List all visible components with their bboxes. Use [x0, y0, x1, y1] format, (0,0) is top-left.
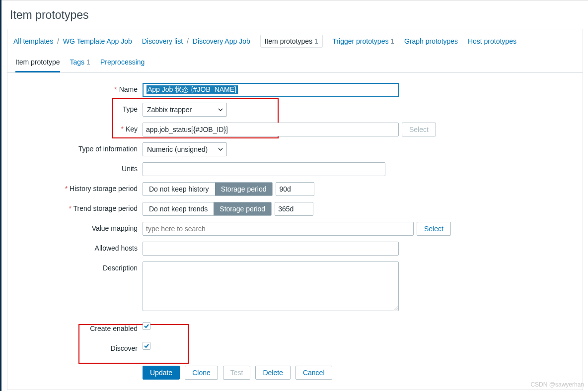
bc-discovery-list[interactable]: Discovery list	[142, 37, 183, 45]
type-info-select[interactable]: Numeric (unsigned)	[143, 142, 227, 156]
allowed-hosts-field[interactable]	[143, 242, 399, 256]
history-opt-period[interactable]: Storage period	[215, 183, 273, 196]
update-button[interactable]: Update	[143, 366, 180, 380]
trend-opt-nokeep[interactable]: Do not keep trends	[143, 202, 214, 215]
breadcrumb: All templates / WG Template App Job Disc…	[7, 29, 583, 53]
label-name: Name	[12, 83, 143, 93]
trend-period-field[interactable]	[275, 202, 313, 216]
bc-item-prototypes: Item prototypes 1	[260, 35, 323, 48]
cancel-button[interactable]: Cancel	[295, 366, 332, 380]
name-field[interactable]: App Job 状态 {#JOB_NAME}	[143, 83, 399, 97]
key-field[interactable]	[143, 123, 399, 136]
trend-radio-group: Do not keep trends Storage period	[143, 202, 272, 216]
label-description: Description	[12, 261, 143, 272]
separator: /	[185, 37, 191, 45]
bc-host-prototypes[interactable]: Host prototypes	[468, 37, 516, 45]
delete-button[interactable]: Delete	[255, 366, 290, 380]
label-key: Key	[12, 123, 143, 133]
key-select-button: Select	[402, 123, 436, 136]
label-trend: Trend storage period	[12, 202, 143, 212]
history-period-field[interactable]	[276, 182, 314, 196]
clone-button[interactable]: Clone	[185, 366, 218, 380]
label-type-info: Type of information	[12, 142, 143, 153]
tab-item-prototype[interactable]: Item prototype	[15, 53, 60, 72]
history-opt-nokeep[interactable]: Do not keep history	[143, 183, 215, 196]
label-value-mapping: Value mapping	[12, 222, 143, 232]
value-mapping-field[interactable]	[143, 222, 414, 236]
description-field[interactable]	[143, 261, 399, 311]
bc-all-templates[interactable]: All templates	[13, 37, 53, 45]
page-title: Item prototypes	[7, 0, 583, 29]
label-discover: Discover	[12, 342, 143, 352]
tab-tags[interactable]: Tags 1	[70, 53, 90, 72]
bc-graph-prototypes[interactable]: Graph prototypes	[404, 37, 458, 45]
tab-preprocessing[interactable]: Preprocessing	[100, 53, 145, 72]
label-type: Type	[12, 103, 143, 113]
label-history: History storage period	[12, 182, 143, 193]
separator: /	[55, 37, 61, 45]
label-units: Units	[12, 162, 143, 173]
units-field[interactable]	[143, 162, 385, 176]
history-radio-group: Do not keep history Storage period	[143, 182, 273, 196]
value-mapping-select-button[interactable]: Select	[417, 222, 451, 236]
label-create-enabled: Create enabled	[12, 322, 143, 332]
create-enabled-checkbox[interactable]	[143, 322, 150, 330]
bc-trigger-prototypes[interactable]: Trigger prototypes 1	[332, 37, 396, 45]
discover-checkbox[interactable]	[143, 342, 150, 350]
label-allowed-hosts: Allowed hosts	[12, 242, 143, 252]
test-button: Test	[223, 366, 251, 380]
tabs: Item prototype Tags 1 Preprocessing	[7, 53, 583, 73]
bc-template[interactable]: WG Template App Job	[63, 37, 132, 45]
bc-discovery-rule[interactable]: Discovery App Job	[193, 37, 250, 45]
type-select[interactable]: Zabbix trapper	[143, 103, 227, 117]
trend-opt-period[interactable]: Storage period	[214, 202, 271, 215]
